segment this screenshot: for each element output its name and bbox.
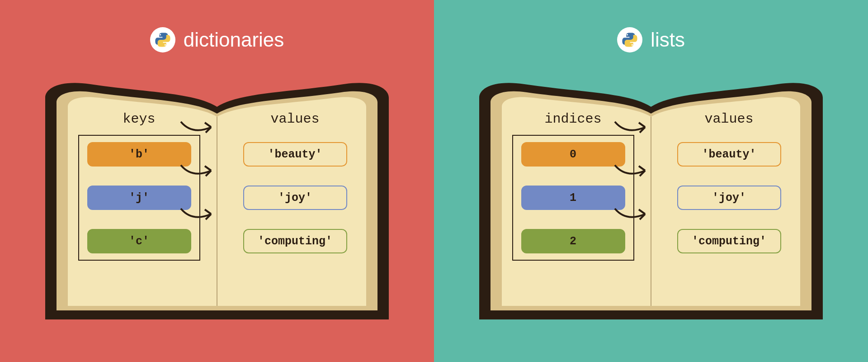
svg-point-4 [632,44,633,46]
value-1: 'joy' [677,186,781,210]
svg-point-1 [165,44,166,46]
value-2: 'computing' [677,229,781,253]
arrow-icon [613,205,653,224]
keys-header: keys [123,111,155,127]
lists-title: lists [651,29,685,51]
arrow-icon [613,162,653,181]
dictionaries-heading: dictionaries [150,27,284,52]
values-page: values 'beauty' 'joy' 'computing' [651,102,807,310]
python-logo-icon [617,27,642,52]
indices-header: indices [544,111,601,127]
svg-point-0 [160,34,161,35]
values-header: values [270,111,319,127]
dictionaries-panel: dictionaries keys 'b' 'j' 'c' values [0,0,434,362]
arrow-column [179,118,219,224]
key-1: 'j' [87,186,191,210]
arrow-icon [179,118,219,137]
index-0: 0 [521,142,625,167]
python-logo-icon [150,27,175,52]
arrow-column [613,118,653,224]
dictionaries-title: dictionaries [184,29,284,51]
arrow-icon [179,162,219,181]
value-0: 'beauty' [677,142,781,167]
arrow-icon [613,118,653,137]
value-0: 'beauty' [243,142,347,167]
key-2: 'c' [87,229,191,253]
index-2: 2 [521,229,625,253]
values-page: values 'beauty' 'joy' 'computing' [217,102,373,310]
arrow-icon [179,205,219,224]
index-1: 1 [521,186,625,210]
svg-point-3 [627,34,628,35]
value-1: 'joy' [243,186,347,210]
key-0: 'b' [87,142,191,167]
lists-book: indices 0 1 2 values 'beauty' 'joy' 'com… [466,75,836,329]
dictionaries-book: keys 'b' 'j' 'c' values 'beauty' 'joy' '… [32,75,402,329]
lists-heading: lists [617,27,685,52]
lists-panel: lists indices 0 1 2 values 'beauty' [434,0,868,362]
value-2: 'computing' [243,229,347,253]
values-header: values [704,111,753,127]
